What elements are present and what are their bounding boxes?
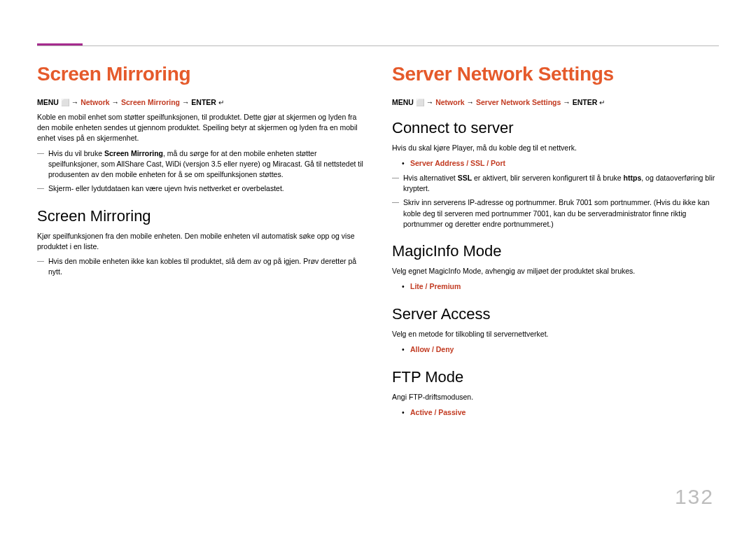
menu-icon: ⬜	[416, 99, 424, 106]
left-intro: Koble en mobil enhet som støtter speilfu…	[37, 112, 364, 144]
left-sub1-note: Hvis den mobile enheten ikke kan kobles …	[37, 256, 364, 277]
s3-title: Server Access	[392, 305, 719, 323]
s1-bullet: Server Address / SSL / Port	[392, 157, 719, 169]
s1-note2: Skriv inn serverens IP-adresse og portnu…	[392, 197, 719, 230]
enter-icon: ↵	[599, 99, 605, 106]
left-column: Screen Mirroring MENU ⬜ → Network → Scre…	[37, 63, 364, 421]
left-note-1: Hvis du vil bruke Screen Mirroring, må d…	[37, 148, 364, 181]
s2-body: Velg egnet MagicInfo Mode, avhengig av m…	[392, 266, 719, 276]
right-column: Server Network Settings MENU ⬜ → Network…	[392, 63, 719, 421]
s4-title: FTP Mode	[392, 368, 719, 386]
left-sub1-title: Screen Mirroring	[37, 207, 364, 225]
s3-body: Velg en metode for tilkobling til server…	[392, 329, 719, 339]
enter-icon: ↵	[218, 99, 224, 106]
left-title: Screen Mirroring	[37, 63, 364, 85]
s2-title: MagicInfo Mode	[392, 242, 719, 260]
s1-note1: Hvis alternativet SSL er aktivert, blir …	[392, 173, 719, 194]
page-number: 132	[675, 485, 714, 509]
right-title: Server Network Settings	[392, 63, 719, 85]
menu-path-left: MENU ⬜ → Network → Screen Mirroring → EN…	[37, 98, 364, 106]
header-rule	[37, 45, 719, 46]
left-note-2: Skjerm- eller lydutdataen kan være ujevn…	[37, 183, 364, 194]
s1-title: Connect to server	[392, 119, 719, 137]
s2-bullet: Lite / Premium	[392, 281, 719, 293]
menu-icon: ⬜	[61, 99, 69, 106]
s3-bullet: Allow / Deny	[392, 344, 719, 356]
page-body: Screen Mirroring MENU ⬜ → Network → Scre…	[37, 63, 719, 421]
s4-body: Angi FTP-driftsmodusen.	[392, 392, 719, 402]
menu-path-right: MENU ⬜ → Network → Server Network Settin…	[392, 98, 719, 106]
s1-body: Hvis du skal kjøre Player, må du koble d…	[392, 143, 719, 153]
left-sub1-body: Kjør speilfunksjonen fra den mobile enhe…	[37, 231, 364, 252]
s4-bullet: Active / Passive	[392, 407, 719, 419]
